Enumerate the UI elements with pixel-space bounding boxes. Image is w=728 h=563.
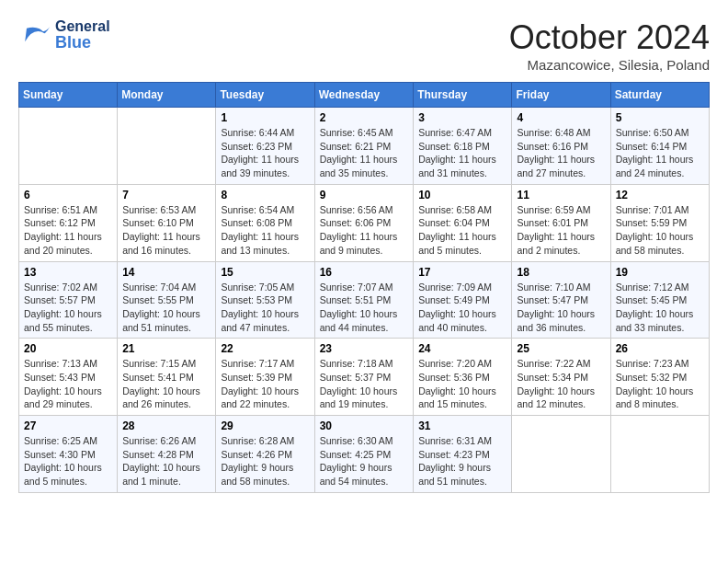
calendar-cell: 31Sunrise: 6:31 AMSunset: 4:23 PMDayligh… [414, 416, 512, 493]
day-number: 28 [122, 419, 210, 432]
logo: General Blue [18, 18, 110, 52]
day-of-week-header: Saturday [610, 83, 709, 108]
day-number: 27 [24, 419, 112, 432]
calendar-cell [610, 416, 709, 493]
calendar-cell [512, 416, 610, 493]
day-number: 2 [320, 111, 409, 124]
day-info: Sunrise: 7:01 AMSunset: 5:59 PMDaylight:… [616, 203, 704, 258]
calendar-cell: 17Sunrise: 7:09 AMSunset: 5:49 PMDayligh… [414, 261, 512, 339]
day-number: 16 [320, 266, 409, 279]
day-number: 30 [320, 419, 409, 432]
day-of-week-header: Tuesday [216, 83, 314, 108]
calendar-header-row: SundayMondayTuesdayWednesdayThursdayFrid… [19, 83, 710, 108]
day-info: Sunrise: 6:26 AMSunset: 4:28 PMDaylight:… [122, 434, 210, 488]
day-info: Sunrise: 6:56 AMSunset: 6:06 PMDaylight:… [320, 203, 409, 258]
day-info: Sunrise: 7:07 AMSunset: 5:51 PMDaylight:… [320, 281, 409, 335]
day-number: 31 [418, 419, 506, 432]
calendar-cell: 15Sunrise: 7:05 AMSunset: 5:53 PMDayligh… [216, 261, 314, 339]
day-info: Sunrise: 6:31 AMSunset: 4:23 PMDaylight:… [418, 434, 506, 488]
day-number: 21 [122, 342, 210, 355]
day-number: 26 [616, 342, 704, 355]
day-info: Sunrise: 6:54 AMSunset: 6:08 PMDaylight:… [221, 203, 309, 258]
logo-icon [18, 18, 51, 52]
calendar-cell: 6Sunrise: 6:51 AMSunset: 6:12 PMDaylight… [19, 184, 118, 261]
calendar-cell: 1Sunrise: 6:44 AMSunset: 6:23 PMDaylight… [216, 108, 314, 185]
day-number: 29 [221, 419, 309, 432]
calendar-week-row: 1Sunrise: 6:44 AMSunset: 6:23 PMDaylight… [19, 108, 710, 185]
day-info: Sunrise: 6:25 AMSunset: 4:30 PMDaylight:… [24, 434, 112, 488]
calendar-cell: 18Sunrise: 7:10 AMSunset: 5:47 PMDayligh… [512, 261, 610, 339]
day-info: Sunrise: 6:44 AMSunset: 6:23 PMDaylight:… [221, 126, 309, 180]
calendar-cell: 30Sunrise: 6:30 AMSunset: 4:25 PMDayligh… [314, 416, 414, 493]
month-title: October 2024 [509, 18, 710, 57]
calendar-week-row: 13Sunrise: 7:02 AMSunset: 5:57 PMDayligh… [19, 261, 710, 339]
day-number: 4 [517, 111, 605, 124]
day-info: Sunrise: 7:15 AMSunset: 5:41 PMDaylight:… [122, 357, 210, 411]
calendar-cell: 16Sunrise: 7:07 AMSunset: 5:51 PMDayligh… [314, 261, 414, 339]
day-number: 17 [418, 266, 506, 279]
calendar-week-row: 20Sunrise: 7:13 AMSunset: 5:43 PMDayligh… [19, 339, 710, 416]
calendar-cell: 21Sunrise: 7:15 AMSunset: 5:41 PMDayligh… [118, 339, 216, 416]
logo-text: General Blue [55, 19, 110, 51]
day-info: Sunrise: 7:13 AMSunset: 5:43 PMDaylight:… [24, 357, 112, 411]
day-number: 20 [24, 342, 112, 355]
calendar-cell: 26Sunrise: 7:23 AMSunset: 5:32 PMDayligh… [610, 339, 709, 416]
day-info: Sunrise: 7:10 AMSunset: 5:47 PMDaylight:… [517, 281, 605, 335]
calendar-cell: 8Sunrise: 6:54 AMSunset: 6:08 PMDaylight… [216, 184, 314, 261]
day-number: 25 [517, 342, 605, 355]
day-number: 9 [320, 189, 409, 201]
calendar-cell: 9Sunrise: 6:56 AMSunset: 6:06 PMDaylight… [314, 184, 414, 261]
day-info: Sunrise: 7:23 AMSunset: 5:32 PMDaylight:… [616, 357, 704, 411]
location-text: Mazancowice, Silesia, Poland [509, 57, 710, 73]
day-info: Sunrise: 7:17 AMSunset: 5:39 PMDaylight:… [221, 357, 309, 411]
calendar-cell: 23Sunrise: 7:18 AMSunset: 5:37 PMDayligh… [314, 339, 414, 416]
calendar-cell: 7Sunrise: 6:53 AMSunset: 6:10 PMDaylight… [118, 184, 216, 261]
day-info: Sunrise: 6:50 AMSunset: 6:14 PMDaylight:… [616, 126, 704, 180]
calendar-cell: 22Sunrise: 7:17 AMSunset: 5:39 PMDayligh… [216, 339, 314, 416]
day-number: 23 [320, 342, 409, 355]
calendar-cell: 5Sunrise: 6:50 AMSunset: 6:14 PMDaylight… [610, 108, 709, 185]
day-of-week-header: Monday [118, 83, 216, 108]
day-number: 8 [221, 189, 309, 201]
day-info: Sunrise: 7:05 AMSunset: 5:53 PMDaylight:… [221, 281, 309, 335]
logo-blue-text: Blue [55, 34, 110, 51]
calendar-cell: 29Sunrise: 6:28 AMSunset: 4:26 PMDayligh… [216, 416, 314, 493]
calendar-week-row: 6Sunrise: 6:51 AMSunset: 6:12 PMDaylight… [19, 184, 710, 261]
calendar-cell: 28Sunrise: 6:26 AMSunset: 4:28 PMDayligh… [118, 416, 216, 493]
calendar-cell: 20Sunrise: 7:13 AMSunset: 5:43 PMDayligh… [19, 339, 118, 416]
day-number: 22 [221, 342, 309, 355]
calendar-cell: 14Sunrise: 7:04 AMSunset: 5:55 PMDayligh… [118, 261, 216, 339]
day-info: Sunrise: 7:02 AMSunset: 5:57 PMDaylight:… [24, 281, 112, 335]
day-of-week-header: Friday [512, 83, 610, 108]
day-info: Sunrise: 6:59 AMSunset: 6:01 PMDaylight:… [517, 203, 605, 258]
day-info: Sunrise: 6:58 AMSunset: 6:04 PMDaylight:… [418, 203, 506, 258]
calendar-table: SundayMondayTuesdayWednesdayThursdayFrid… [18, 82, 710, 493]
day-info: Sunrise: 7:18 AMSunset: 5:37 PMDaylight:… [320, 357, 409, 411]
day-info: Sunrise: 7:20 AMSunset: 5:36 PMDaylight:… [418, 357, 506, 411]
day-number: 6 [24, 189, 112, 201]
day-info: Sunrise: 6:53 AMSunset: 6:10 PMDaylight:… [122, 203, 210, 258]
day-info: Sunrise: 7:04 AMSunset: 5:55 PMDaylight:… [122, 281, 210, 335]
day-info: Sunrise: 7:12 AMSunset: 5:45 PMDaylight:… [616, 281, 704, 335]
day-info: Sunrise: 6:28 AMSunset: 4:26 PMDaylight:… [221, 434, 309, 488]
day-number: 1 [221, 111, 309, 124]
day-info: Sunrise: 7:22 AMSunset: 5:34 PMDaylight:… [517, 357, 605, 411]
day-info: Sunrise: 6:51 AMSunset: 6:12 PMDaylight:… [24, 203, 112, 258]
calendar-cell: 27Sunrise: 6:25 AMSunset: 4:30 PMDayligh… [19, 416, 118, 493]
page-header: General Blue October 2024 Mazancowice, S… [18, 18, 710, 73]
calendar-cell: 24Sunrise: 7:20 AMSunset: 5:36 PMDayligh… [414, 339, 512, 416]
day-number: 7 [122, 189, 210, 201]
day-number: 10 [418, 189, 506, 201]
day-number: 3 [418, 111, 506, 124]
calendar-week-row: 27Sunrise: 6:25 AMSunset: 4:30 PMDayligh… [19, 416, 710, 493]
day-info: Sunrise: 6:48 AMSunset: 6:16 PMDaylight:… [517, 126, 605, 180]
calendar-cell: 3Sunrise: 6:47 AMSunset: 6:18 PMDaylight… [414, 108, 512, 185]
day-number: 11 [517, 189, 605, 201]
calendar-cell: 12Sunrise: 7:01 AMSunset: 5:59 PMDayligh… [610, 184, 709, 261]
calendar-cell: 10Sunrise: 6:58 AMSunset: 6:04 PMDayligh… [414, 184, 512, 261]
day-number: 14 [122, 266, 210, 279]
day-number: 5 [616, 111, 704, 124]
calendar-cell [118, 108, 216, 185]
calendar-cell: 13Sunrise: 7:02 AMSunset: 5:57 PMDayligh… [19, 261, 118, 339]
day-of-week-header: Thursday [414, 83, 512, 108]
